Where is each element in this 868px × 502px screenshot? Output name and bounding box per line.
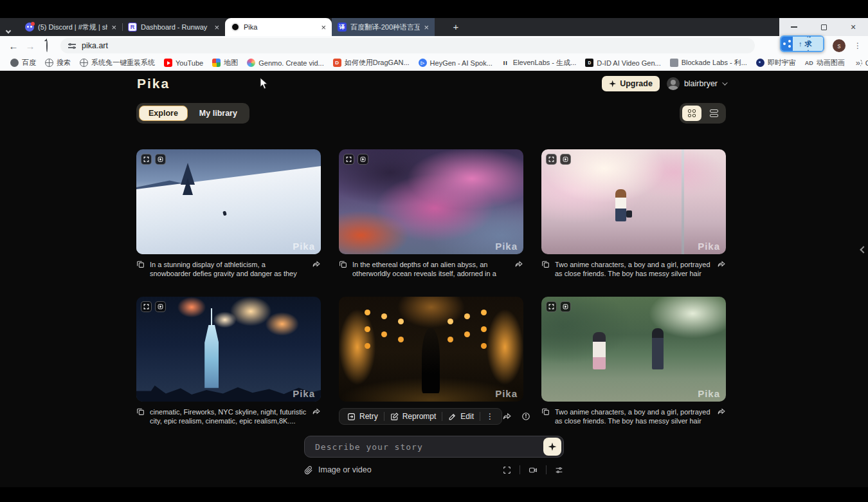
bookmark-maps[interactable]: 地图 (212, 58, 238, 68)
tabs: (5) Discord | #常规 | shiryu的... × R Dashb… (19, 18, 435, 36)
back-button[interactable]: ← (5, 41, 22, 51)
restore-button[interactable] (813, 18, 835, 36)
close-icon[interactable]: × (424, 23, 429, 32)
expand-icon[interactable] (343, 154, 354, 165)
bookmarks-overflow-chevron[interactable]: » (852, 58, 860, 68)
copy-prompt-button[interactable] (541, 260, 550, 268)
prompt-input[interactable] (315, 442, 543, 452)
video-thumbnail-anime-couple[interactable]: Pika (541, 297, 726, 402)
prompt-option-icons (502, 465, 564, 474)
browser-toolbar: ← → pika.art s ⋮ ↑ 请求中 (0, 36, 868, 55)
close-icon[interactable]: × (321, 23, 326, 32)
more-options-kebab[interactable]: ⋮ (480, 409, 500, 424)
bookmark-search[interactable]: 搜索 (45, 58, 71, 68)
action-pill: Retry Reprompt Edit (339, 408, 502, 425)
bookmark-animation[interactable]: AD动画图画 (805, 58, 845, 68)
tab-discord[interactable]: (5) Discord | #常规 | shiryu的... × (19, 18, 122, 36)
share-button[interactable] (717, 407, 726, 416)
expand-icon[interactable] (141, 301, 152, 312)
draggan-icon: D (333, 59, 341, 67)
grid-view-button[interactable] (682, 106, 701, 121)
reprompt-button[interactable]: Reprompt (384, 409, 442, 424)
genmo-icon (247, 59, 255, 67)
collapse-panel-chevron[interactable] (860, 246, 867, 253)
aspect-ratio-button[interactable] (502, 466, 512, 474)
download-status-popup: ↑ 请求中 (780, 35, 825, 52)
expand-icon[interactable] (546, 154, 557, 165)
attach-button[interactable] (304, 465, 313, 474)
copy-prompt-button[interactable] (136, 260, 145, 268)
bookmark-elevenlabs[interactable]: IIElevenLabs - 生成... (502, 58, 576, 68)
tab-label: 百度翻译-200种语言互译、沟... (350, 23, 420, 32)
camera-button[interactable] (528, 466, 538, 474)
video-thumbnail-nyc-fireworks[interactable]: Pika (136, 297, 321, 402)
tab-label: Pika (244, 23, 317, 31)
video-thumbnail-snowboarder[interactable]: Pika (136, 149, 321, 254)
browser-menu-kebab[interactable]: ⋮ (854, 41, 862, 50)
video-type-icon (155, 301, 166, 312)
retry-button[interactable]: Retry (341, 409, 384, 424)
bookmark-genmo[interactable]: Genmo. Create vid... (247, 59, 324, 67)
video-card: Pika cinematic, Fireworks, NYC skyline, … (136, 297, 321, 444)
popup-status: ↑ 请求中 (793, 37, 823, 51)
tab-explore[interactable]: Explore (139, 106, 188, 121)
video-caption: In a stunning display of athleticism, a … (150, 260, 307, 278)
close-icon[interactable]: × (111, 23, 116, 32)
user-menu[interactable]: blairbryer (667, 77, 726, 90)
upgrade-button[interactable]: Upgrade (602, 76, 660, 91)
video-type-icon (560, 301, 571, 312)
video-caption: In the ethereal depths of an alien abyss… (352, 260, 509, 278)
tab-search-button[interactable] (6, 24, 10, 35)
share-button[interactable] (312, 260, 321, 268)
minimize-button[interactable] (783, 18, 805, 36)
bookmark-heygen[interactable]: ▷HeyGen - AI Spok... (419, 59, 493, 67)
video-caption: Two anime characters, a boy and a girl, … (555, 407, 712, 425)
bookmark-blockade[interactable]: Blockade Labs - 利... (670, 58, 747, 68)
settings-sliders-button[interactable] (554, 466, 564, 474)
close-window-button[interactable]: × (842, 18, 864, 36)
pika-logo[interactable]: Pika (137, 76, 170, 91)
pika-watermark: Pika (293, 241, 315, 252)
bookmark-instant-universe[interactable]: 即时宇宙 (756, 58, 796, 68)
bookmark-baidu[interactable]: 百度 (10, 58, 36, 68)
reload-button[interactable] (39, 41, 55, 51)
video-thumbnail-alien-abyss[interactable]: Pika (339, 149, 523, 254)
expand-icon[interactable] (141, 154, 152, 165)
video-card: Pika Two anime characters, a boy and a g… (541, 149, 726, 297)
info-button[interactable] (521, 412, 530, 421)
site-settings-icon[interactable] (68, 42, 76, 49)
browser-profile-avatar[interactable]: s (833, 39, 845, 52)
runway-icon: R (128, 23, 137, 32)
copy-prompt-button[interactable] (339, 260, 347, 268)
video-caption: cinematic, Fireworks, NYC skyline, night… (150, 407, 307, 425)
copy-prompt-button[interactable] (541, 407, 550, 416)
share-button[interactable] (502, 412, 512, 421)
tab-my-library[interactable]: My library (190, 106, 247, 121)
tab-pika-active[interactable]: Pika × (225, 18, 332, 36)
forward-button[interactable]: → (22, 41, 39, 51)
address-bar[interactable]: pika.art (60, 38, 755, 53)
new-tab-button[interactable]: + (450, 21, 462, 32)
share-button[interactable] (514, 260, 523, 268)
reload-icon (46, 40, 48, 52)
generate-button[interactable] (543, 438, 561, 456)
share-button[interactable] (717, 260, 726, 268)
bookmark-system-reinstall[interactable]: 系统兔一键重装系统 (80, 58, 155, 68)
video-card-hovered: Pika Retry Reprompt (339, 297, 523, 444)
copy-prompt-button[interactable] (136, 407, 145, 416)
video-thumbnail-anime-girl[interactable]: Pika (541, 149, 726, 254)
tab-runway[interactable]: R Dashboard - Runway × (122, 18, 225, 36)
bookmarks-bar: 百度 搜索 系统兔一键重装系统 YouTube 地图 Genmo. Create… (0, 55, 868, 71)
tab-baidu-translate[interactable]: 译 百度翻译-200种语言互译、沟... × (332, 18, 435, 36)
share-button[interactable] (312, 407, 321, 416)
close-icon[interactable]: × (214, 23, 219, 32)
pika-page: Pika Upgrade blairbryer Explore My libra… (0, 71, 868, 487)
expand-icon[interactable] (546, 301, 557, 312)
video-thumbnail-dark-hall[interactable]: Pika (339, 297, 523, 402)
toolbar-right: s ⋮ ↑ 请求中 (800, 39, 862, 52)
bookmark-did[interactable]: DD-ID AI Video Gen... (585, 59, 660, 67)
edit-button[interactable]: Edit (442, 409, 480, 424)
bookmark-youtube[interactable]: YouTube (164, 59, 203, 67)
bookmark-draggan[interactable]: D如何使用DragGAN... (333, 58, 410, 68)
list-view-button[interactable] (704, 106, 723, 121)
